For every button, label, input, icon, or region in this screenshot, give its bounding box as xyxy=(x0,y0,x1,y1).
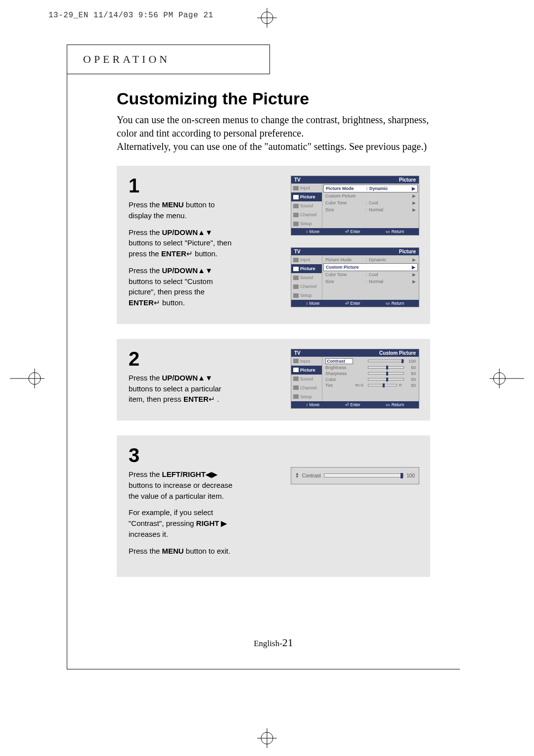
step-2-block: 2 Press the UP/DOWN▲▼ buttons to select … xyxy=(117,339,430,421)
enter-icon: ↵ xyxy=(186,249,193,258)
osd-custom-picture: TVCustom Picture Input Picture Sound Cha… xyxy=(291,349,419,409)
osd-side-input: Input xyxy=(291,184,322,192)
contrast-value: 100 xyxy=(406,473,415,478)
osd-side-sound: Sound xyxy=(291,273,322,282)
page-frame: OPERATION Customizing the Picture You ca… xyxy=(67,45,460,669)
section-label: OPERATION xyxy=(83,53,170,66)
osd-side-sound: Sound xyxy=(291,201,322,210)
osd-row-custom-picture: Custom Picture▶ xyxy=(323,192,418,199)
osd-side-input: Input xyxy=(291,255,322,264)
osd-side-picture: Picture xyxy=(291,192,322,201)
step-3-text: Press the LEFT/RIGHT◀▶ buttons to increa… xyxy=(129,469,237,556)
step-1-text: Press the MENU button to display the men… xyxy=(129,199,237,308)
leftright-icon: ◀▶ xyxy=(206,470,218,478)
osd-slider-row: Color50 xyxy=(323,377,418,382)
osd-row-size: Size:Normal▶ xyxy=(323,206,418,213)
updown-icon: ▲▼ xyxy=(198,266,213,275)
step-2-text: Press the UP/DOWN▲▼ buttons to select a … xyxy=(129,373,237,405)
contrast-label: Contrast xyxy=(302,473,321,478)
updown-icon: ▲▼ xyxy=(198,228,213,236)
osd-slider-row: Contrast100 xyxy=(323,358,418,365)
osd-picture-menu-2: TVPicture Input Picture Sound Channel Se… xyxy=(291,247,419,307)
osd-slider-row: Brightness50 xyxy=(323,365,418,371)
enter-icon: ↵ xyxy=(209,395,215,403)
right-icon: ▶ xyxy=(221,519,227,527)
section-tab: OPERATION xyxy=(67,45,270,74)
osd-side-channel: Channel xyxy=(291,383,322,392)
osd-side-sound: Sound xyxy=(291,375,322,383)
osd-side-setup: Setup xyxy=(291,219,322,228)
osd-side-channel: Channel xyxy=(291,210,322,219)
crop-mark-right xyxy=(490,369,524,388)
osd-side-picture: Picture xyxy=(291,366,322,375)
page-title: Customizing the Picture xyxy=(117,89,430,108)
osd-side-input: Input xyxy=(291,357,322,366)
osd-row-picture-mode: Picture Mode:Dynamic▶ xyxy=(323,185,418,192)
intro-text: You can use the on-screen menus to chang… xyxy=(117,113,430,153)
step-2-number: 2 xyxy=(129,349,237,369)
osd-side-setup: Setup xyxy=(291,291,322,300)
crop-mark-bottom xyxy=(257,728,277,748)
osd-side-picture: Picture xyxy=(291,264,322,273)
crop-mark-left xyxy=(10,369,44,388)
osd-side-channel: Channel xyxy=(291,282,322,291)
osd-side-setup: Setup xyxy=(291,392,322,401)
contrast-track xyxy=(324,473,404,477)
crop-mark-top xyxy=(257,8,277,28)
osd-picture-menu-1: TVPicture Input Picture Sound Channel Se… xyxy=(291,176,419,236)
print-header: 13-29_EN 11/14/03 9:56 PM Page 21 xyxy=(48,11,213,20)
osd-row-color-tone: Color Tone:Cool▶ xyxy=(323,199,418,206)
osd-slider-row: Tint50 GR50 xyxy=(323,382,418,388)
step-3-number: 3 xyxy=(129,445,237,465)
step-1-number: 1 xyxy=(129,176,237,195)
osd-row-size: Size:Normal▶ xyxy=(323,278,418,285)
step-1-block: 1 Press the MENU button to display the m… xyxy=(117,166,430,324)
osd-row-picture-mode: Picture Mode:Dynamic▶ xyxy=(323,256,418,263)
step-3-block: 3 Press the LEFT/RIGHT◀▶ buttons to incr… xyxy=(117,435,430,577)
osd-slider-row: Sharpness50 xyxy=(323,371,418,377)
osd-row-color-tone: Color Tone:Cool▶ xyxy=(323,271,418,278)
updown-icon: ▲▼ xyxy=(295,472,299,479)
page-footer: English-21 xyxy=(117,636,430,649)
updown-icon: ▲▼ xyxy=(198,374,213,382)
osd-row-custom-picture: Custom Picture▶ xyxy=(323,263,418,271)
contrast-bar: ▲▼ Contrast 100 xyxy=(291,467,419,484)
enter-icon: ↵ xyxy=(154,298,160,307)
